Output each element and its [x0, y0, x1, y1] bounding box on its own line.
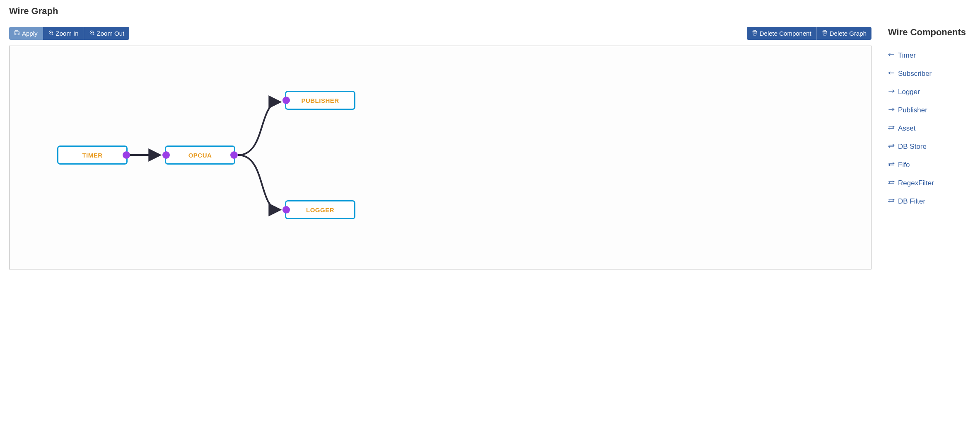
- component-label: Publisher: [898, 106, 927, 114]
- component-label: Subscriber: [898, 70, 932, 78]
- zoom-out-button[interactable]: Zoom Out: [84, 27, 130, 40]
- sidebar-title: Wire Components: [888, 27, 971, 42]
- bidir-icon: [888, 124, 895, 133]
- node-timer[interactable]: TIMER: [57, 146, 128, 165]
- bidir-icon: [888, 179, 895, 187]
- node-publisher[interactable]: PUBLISHER: [285, 91, 355, 110]
- node-label: LOGGER: [306, 206, 334, 213]
- component-subscriber[interactable]: Subscriber: [888, 70, 932, 78]
- component-label: Logger: [898, 88, 920, 96]
- component-label: Fifo: [898, 161, 910, 169]
- component-asset[interactable]: Asset: [888, 124, 916, 133]
- component-db-filter[interactable]: DB Filter: [888, 197, 925, 206]
- component-timer[interactable]: Timer: [888, 51, 916, 60]
- save-icon: [14, 30, 20, 37]
- bidir-icon: [888, 197, 895, 206]
- arrow-right-icon: [888, 88, 895, 96]
- component-item: Timer: [888, 46, 971, 65]
- component-logger[interactable]: Logger: [888, 88, 920, 96]
- page-title: Wire Graph: [0, 0, 980, 21]
- trash-icon: [822, 30, 828, 37]
- port-in[interactable]: [282, 206, 290, 213]
- svg-line-1: [52, 34, 53, 35]
- node-label: OPCUA: [188, 152, 212, 159]
- port-out[interactable]: [230, 151, 238, 159]
- graph-canvas[interactable]: TIMER OPCUA PUBLISHER LOGGER: [9, 46, 871, 269]
- node-label: TIMER: [82, 152, 102, 159]
- bidir-icon: [888, 161, 895, 169]
- component-label: Asset: [898, 124, 916, 133]
- apply-label: Apply: [22, 30, 38, 37]
- component-item: Publisher: [888, 101, 971, 119]
- arrow-right-icon: [888, 106, 895, 114]
- bidir-icon: [888, 143, 895, 151]
- trash-icon: [752, 30, 758, 37]
- zoom-in-icon: [48, 30, 54, 37]
- component-fifo[interactable]: Fifo: [888, 161, 910, 169]
- zoom-out-icon: [89, 30, 95, 37]
- component-label: RegexFilter: [898, 179, 934, 187]
- delete-graph-button[interactable]: Delete Graph: [817, 27, 871, 40]
- component-list: TimerSubscriberLoggerPublisherAssetDB St…: [888, 46, 971, 211]
- component-item: RegexFilter: [888, 174, 971, 192]
- component-db-store[interactable]: DB Store: [888, 143, 927, 151]
- node-opcua[interactable]: OPCUA: [165, 146, 235, 165]
- sidebar: Wire Components TimerSubscriberLoggerPub…: [888, 27, 971, 211]
- component-label: DB Store: [898, 143, 927, 151]
- toolbar-right-group: Delete Component Delete Graph: [747, 27, 871, 40]
- toolbar-left-group: Apply Zoom In Zoom Out: [9, 27, 129, 40]
- apply-button[interactable]: Apply: [9, 27, 43, 40]
- component-item: Asset: [888, 119, 971, 138]
- component-item: Fifo: [888, 156, 971, 174]
- node-label: PUBLISHER: [301, 97, 339, 104]
- svg-line-5: [93, 34, 94, 35]
- component-item: DB Store: [888, 138, 971, 156]
- component-regexfilter[interactable]: RegexFilter: [888, 179, 934, 187]
- node-logger[interactable]: LOGGER: [285, 200, 355, 219]
- port-in[interactable]: [162, 151, 170, 159]
- component-publisher[interactable]: Publisher: [888, 106, 927, 114]
- toolbar: Apply Zoom In Zoom Out: [9, 27, 871, 40]
- zoom-in-label: Zoom In: [56, 30, 79, 37]
- arrow-left-icon: [888, 51, 895, 60]
- delete-component-label: Delete Component: [760, 30, 811, 37]
- delete-component-button[interactable]: Delete Component: [747, 27, 817, 40]
- zoom-out-label: Zoom Out: [97, 30, 125, 37]
- component-item: DB Filter: [888, 192, 971, 211]
- component-item: Subscriber: [888, 65, 971, 83]
- wires-layer: [10, 46, 871, 269]
- port-in[interactable]: [282, 97, 290, 104]
- delete-graph-label: Delete Graph: [830, 30, 867, 37]
- component-label: DB Filter: [898, 197, 925, 206]
- zoom-in-button[interactable]: Zoom In: [43, 27, 84, 40]
- component-label: Timer: [898, 51, 916, 60]
- port-out[interactable]: [123, 151, 130, 159]
- arrow-left-icon: [888, 70, 895, 78]
- component-item: Logger: [888, 83, 971, 101]
